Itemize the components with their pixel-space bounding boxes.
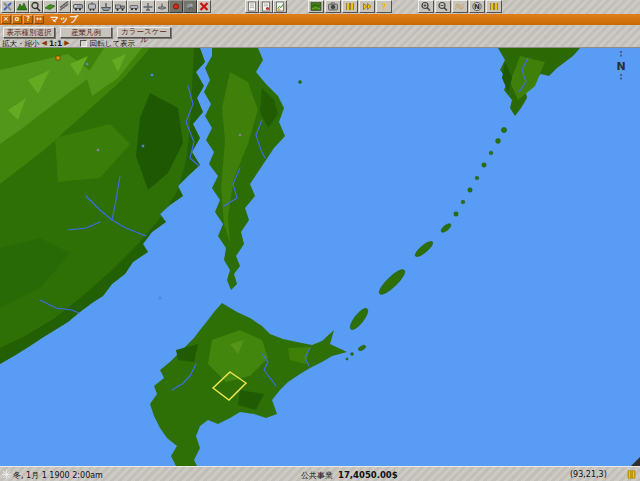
svg-text:?: ?: [381, 2, 386, 12]
railroad-icon: [58, 1, 70, 12]
destroy-icon: [198, 1, 210, 12]
truck-button[interactable]: [113, 0, 127, 13]
date-text: 冬, 1月 1 1900 2:00am: [13, 470, 103, 481]
map-marker-lake: [86, 63, 88, 65]
map-photo-button[interactable]: [308, 0, 324, 13]
inspect-icon: [30, 1, 42, 12]
messages-icon: [260, 1, 272, 12]
map-marker-lake: [151, 74, 153, 76]
season-snowflake-icon: [2, 470, 11, 481]
zoom-out-button[interactable]: [435, 0, 451, 13]
map-marker-stop: [239, 134, 241, 136]
industry-legend-button[interactable]: 産業凡例: [60, 27, 112, 38]
svg-text:N: N: [474, 3, 480, 11]
size-gadget[interactable]: ↔: [34, 15, 44, 24]
fastforward-icon: [361, 1, 373, 12]
help-gadget[interactable]: ?: [23, 15, 33, 24]
north-icon: N: [471, 1, 483, 12]
ship-icon: [100, 1, 112, 12]
lists-button[interactable]: [245, 0, 259, 13]
map-canvas[interactable]: N: [0, 48, 640, 466]
airplane-button[interactable]: [141, 0, 155, 13]
finances-icon: [274, 1, 286, 12]
ship-button[interactable]: [99, 0, 113, 13]
map-window-controls: 表示種別選択 産業凡例 カラースケール 拡大・縮小 ◀ 1:1 ▶ 回転して表示: [0, 25, 640, 48]
pause-button[interactable]: [342, 0, 358, 13]
signal-button[interactable]: [169, 0, 183, 13]
pause-button[interactable]: [486, 0, 502, 13]
rotate-label: 回転して表示: [90, 39, 135, 49]
powerline-icon: [184, 1, 196, 12]
truck-icon: [114, 1, 126, 12]
zoom-in-icon: [420, 1, 432, 12]
terrain-button[interactable]: [15, 0, 29, 13]
north-button[interactable]: N: [469, 0, 485, 13]
grid-button[interactable]: [452, 0, 468, 13]
window-title: マップ: [50, 14, 79, 26]
signal-icon: [170, 1, 182, 12]
pause-icon: [344, 1, 356, 12]
rotate-checkbox[interactable]: [80, 40, 87, 47]
terrain-icon: [16, 1, 28, 12]
zoom-out-icon: [437, 1, 449, 12]
car-icon: [128, 1, 140, 12]
tools-icon: [2, 1, 14, 12]
train-button[interactable]: [71, 0, 85, 13]
train-icon: [72, 1, 84, 12]
titlebar-gadgets: ×o?↔: [0, 15, 44, 24]
railroad-button[interactable]: [57, 0, 71, 13]
map-marker-factory: [56, 56, 60, 60]
fastforward-button[interactable]: [359, 0, 375, 13]
help-icon: ?: [378, 1, 390, 12]
zoom-row: 拡大・縮小 ◀ 1:1 ▶ 回転して表示: [2, 39, 135, 48]
map-marker-stop: [97, 149, 99, 151]
map-marker-lake: [159, 297, 161, 299]
help-button[interactable]: ?: [376, 0, 392, 13]
messages-button[interactable]: [259, 0, 273, 13]
powerline-button[interactable]: [183, 0, 197, 13]
zoom-scale-value: 1:1: [49, 39, 62, 48]
balance-value: 17,4050.00$: [338, 470, 398, 480]
pause-icon: [488, 1, 500, 12]
display-type-button[interactable]: 表示種別選択: [3, 27, 55, 38]
screenshot-button[interactable]: [325, 0, 341, 13]
pause-indicator-icon: [626, 469, 637, 481]
boat-icon: [156, 1, 168, 12]
inspect-button[interactable]: [29, 0, 43, 13]
map-marker-lake: [142, 145, 144, 147]
grid-icon: [454, 1, 466, 12]
car-button[interactable]: [127, 0, 141, 13]
zoom-out-arrow-icon[interactable]: ◀: [42, 40, 47, 47]
main-toolbar: ?N: [0, 0, 640, 15]
lists-icon: [246, 1, 258, 12]
map-photo-icon: [310, 1, 322, 12]
boat-button[interactable]: [155, 0, 169, 13]
zoom-in-arrow-icon[interactable]: ▶: [64, 40, 69, 47]
destroy-button[interactable]: [197, 0, 211, 13]
zoom-label: 拡大・縮小: [2, 39, 40, 49]
color-scale-button[interactable]: カラースケール: [117, 27, 171, 38]
status-bar: 冬, 1月 1 1900 2:00am 公共事業 17,4050.00$ (93…: [0, 466, 640, 481]
tram-icon: [86, 1, 98, 12]
screenshot-icon: [327, 1, 339, 12]
slope-icon: [44, 1, 56, 12]
slope-button[interactable]: [43, 0, 57, 13]
close-gadget[interactable]: ×: [1, 15, 11, 24]
player-name: 公共事業: [301, 470, 333, 481]
pin-gadget[interactable]: o: [12, 15, 22, 24]
zoom-in-button[interactable]: [418, 0, 434, 13]
svg-text:N: N: [616, 60, 625, 73]
map-window-titlebar[interactable]: ×o?↔ マップ: [0, 14, 640, 25]
tram-button[interactable]: [85, 0, 99, 13]
airplane-icon: [142, 1, 154, 12]
finances-button[interactable]: [273, 0, 287, 13]
tools-button[interactable]: [1, 0, 15, 13]
coordinates-value: (93,21,3): [570, 470, 607, 479]
